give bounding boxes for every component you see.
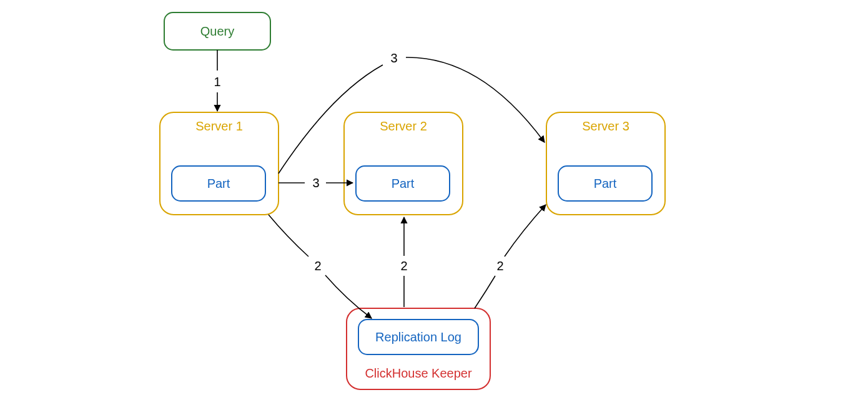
edge-label-1: 1 (214, 75, 220, 89)
edge-label-2a: 2 (314, 259, 321, 273)
edge-part1-to-part2: 3 (279, 176, 353, 190)
edge-keeper-to-server3: 2 (475, 205, 546, 308)
query-label: Query (200, 24, 234, 38)
server2-node: Server 2 Part (344, 112, 463, 215)
server3-node: Server 3 Part (546, 112, 665, 215)
server3-label: Server 3 (582, 119, 629, 133)
edge-server1-to-keeper: 2 (269, 215, 372, 318)
keeper-label: ClickHouse Keeper (365, 366, 472, 380)
edge-keeper-to-server2: 2 (400, 217, 407, 307)
replication-log-label: Replication Log (375, 330, 461, 344)
server1-label: Server 1 (195, 119, 243, 133)
edge-label-3a: 3 (312, 176, 319, 190)
server1-node: Server 1 Part (160, 112, 279, 215)
edge-query-to-server1: 1 (214, 50, 220, 111)
keeper-node: ClickHouse Keeper Replication Log (347, 308, 490, 389)
part1-label: Part (207, 177, 230, 190)
part2-label: Part (392, 177, 415, 190)
server2-label: Server 2 (380, 119, 427, 133)
query-node: Query (164, 12, 270, 50)
edge-label-2c: 2 (496, 259, 503, 273)
edge-label-3b: 3 (390, 51, 397, 65)
edge-label-2b: 2 (400, 259, 407, 273)
part3-label: Part (594, 177, 617, 190)
